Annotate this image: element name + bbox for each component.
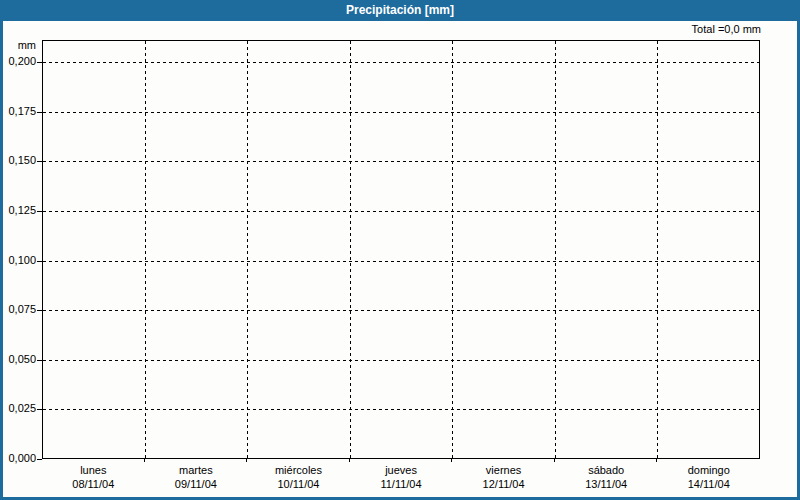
total-label: Total =0,0 mm: [0, 23, 761, 35]
x-category-day-label: sábado: [555, 463, 658, 477]
x-category-cell: martes09/11/04: [145, 463, 248, 491]
x-category-day-label: lunes: [42, 463, 145, 477]
y-tick-label: 0,100: [0, 254, 36, 267]
x-category-day-label: miércoles: [247, 463, 350, 477]
x-category-cell: lunes08/11/04: [42, 463, 145, 491]
y-tick-mark: [37, 310, 42, 311]
y-tick-mark: [37, 261, 42, 262]
y-tick-mark: [37, 459, 42, 460]
x-category-day-label: domingo: [657, 463, 760, 477]
x-category-day-label: viernes: [452, 463, 555, 477]
x-tick-mark: [554, 459, 555, 462]
y-tick-mark: [37, 211, 42, 212]
horizontal-gridline: [43, 211, 759, 212]
chart-window: Precipitación [mm] Total =0,0 mm mm 0,20…: [0, 0, 800, 500]
plot-area: [42, 40, 760, 459]
vertical-gridline: [145, 41, 146, 458]
y-tick-mark: [37, 161, 42, 162]
x-category-cell: domingo14/11/04: [657, 463, 760, 491]
x-category-date-label: 14/11/04: [657, 477, 760, 491]
y-tick-label: 0,025: [0, 402, 36, 415]
x-category-date-label: 13/11/04: [555, 477, 658, 491]
y-tick-mark: [37, 360, 42, 361]
y-tick-mark: [37, 62, 42, 63]
x-axis-labels: lunes08/11/04martes09/11/04miércoles10/1…: [42, 463, 760, 491]
horizontal-gridline: [43, 360, 759, 361]
horizontal-gridline: [43, 62, 759, 63]
x-category-date-label: 11/11/04: [350, 477, 453, 491]
x-category-date-label: 09/11/04: [145, 477, 248, 491]
vertical-gridline: [247, 41, 248, 458]
x-tick-mark: [246, 459, 247, 462]
vertical-gridline: [555, 41, 556, 458]
x-tick-mark: [656, 459, 657, 462]
y-tick-label: 0,175: [0, 105, 36, 118]
window-border-left: [0, 0, 3, 500]
y-axis-unit-label: mm: [0, 39, 36, 51]
y-tick-mark: [37, 112, 42, 113]
x-category-date-label: 08/11/04: [42, 477, 145, 491]
horizontal-gridline: [43, 310, 759, 311]
y-tick-label: 0,125: [0, 204, 36, 217]
chart-title: Precipitación [mm]: [346, 3, 454, 17]
x-tick-mark: [349, 459, 350, 462]
horizontal-gridline: [43, 112, 759, 113]
x-category-cell: jueves11/11/04: [350, 463, 453, 491]
x-category-date-label: 12/11/04: [452, 477, 555, 491]
x-category-cell: viernes12/11/04: [452, 463, 555, 491]
x-tick-mark: [144, 459, 145, 462]
y-tick-label: 0,000: [0, 452, 36, 465]
y-tick-label: 0,200: [0, 55, 36, 68]
x-tick-mark: [451, 459, 452, 462]
y-tick-label: 0,050: [0, 353, 36, 366]
vertical-gridline: [657, 41, 658, 458]
y-tick-label: 0,075: [0, 303, 36, 316]
y-tick-label: 0,150: [0, 154, 36, 167]
x-category-date-label: 10/11/04: [247, 477, 350, 491]
x-category-day-label: martes: [145, 463, 248, 477]
x-category-day-label: jueves: [350, 463, 453, 477]
x-category-cell: miércoles10/11/04: [247, 463, 350, 491]
chart-title-bar: Precipitación [mm]: [0, 0, 800, 21]
x-category-cell: sábado13/11/04: [555, 463, 658, 491]
horizontal-gridline: [43, 161, 759, 162]
horizontal-gridline: [43, 409, 759, 410]
horizontal-gridline: [43, 261, 759, 262]
y-tick-mark: [37, 409, 42, 410]
vertical-gridline: [452, 41, 453, 458]
vertical-gridline: [350, 41, 351, 458]
